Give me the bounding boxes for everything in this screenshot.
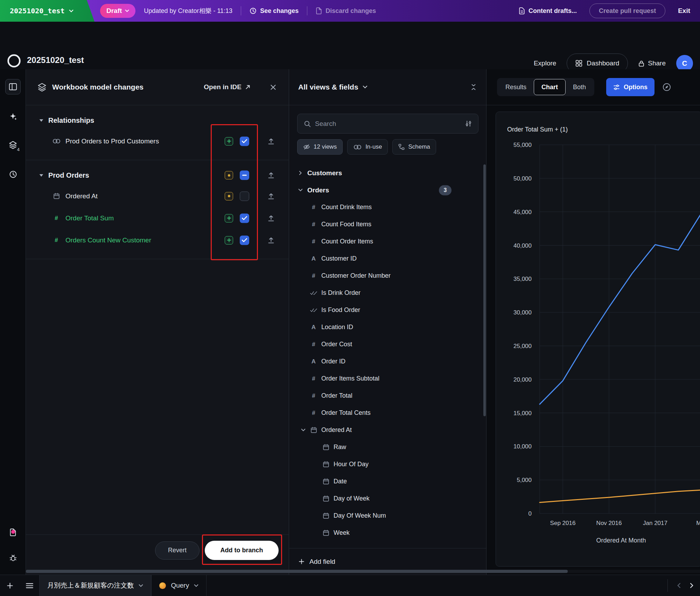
model-row-ordered-at[interactable]: Ordered At (26, 185, 289, 207)
debug-button[interactable] (5, 550, 21, 565)
compass-icon[interactable] (662, 83, 671, 92)
view-tab-results[interactable]: Results (498, 79, 534, 95)
field-item-date[interactable]: Date (289, 473, 486, 490)
svg-text:25,000: 25,000 (513, 343, 532, 349)
chevron-down-icon[interactable] (139, 584, 143, 587)
chevron-right-icon[interactable] (298, 171, 303, 175)
add-page-button[interactable] (0, 575, 20, 596)
toggle-panel-button[interactable] (5, 79, 21, 94)
model-section-prod-orders[interactable]: Prod Orders (26, 165, 289, 185)
field-item-customer-id[interactable]: ACustomer ID (289, 250, 486, 267)
panel-title: Workbook model changes (52, 83, 144, 91)
content-drafts-button[interactable]: Content drafts... (519, 7, 577, 15)
model-changes-panel: Workbook model changes Open in IDE Relat… (26, 69, 289, 575)
layers-button[interactable]: 4 (5, 137, 21, 152)
publish-upload-icon[interactable] (267, 236, 275, 244)
search-input[interactable] (315, 120, 461, 128)
views-fields-selector[interactable]: All views & fields (298, 83, 368, 91)
link-icon (52, 139, 61, 144)
view-group-orders[interactable]: Orders3 (289, 182, 486, 199)
select-change-checkbox[interactable] (240, 136, 249, 146)
field-item-is-drink-order[interactable]: Is Drink Order (289, 284, 486, 301)
plus-icon (299, 559, 304, 565)
create-pull-request-button[interactable]: Create pull request (589, 3, 665, 18)
chevron-down-icon[interactable] (39, 119, 43, 122)
field-item-week[interactable]: Week (289, 524, 486, 541)
field-item-count-drink-items[interactable]: #Count Drink Items (289, 199, 486, 216)
exit-button[interactable]: Exit (678, 7, 690, 15)
model-row-order-total-sum[interactable]: # Order Total Sum (26, 207, 289, 229)
model-sections: Relationships Prod Orders to Prod Custom… (26, 105, 289, 259)
vertical-scrollbar-thumb[interactable] (483, 164, 486, 416)
add-to-branch-button[interactable]: Add to branch (205, 541, 279, 560)
field-item-order-id[interactable]: AOrder ID (289, 353, 486, 370)
field-item-ordered-at[interactable]: Ordered At (289, 421, 486, 439)
chip-schema[interactable]: Schema (392, 139, 436, 155)
horizontal-scrollbar-thumb[interactable] (26, 570, 568, 573)
field-item-day-of-week-num[interactable]: Day Of Week Num (289, 507, 486, 524)
ai-assistant-button[interactable] (5, 109, 21, 124)
chevron-down-icon[interactable] (39, 174, 43, 177)
model-row-orders-count-new-customer[interactable]: # Orders Count New Customer (26, 229, 289, 251)
discard-changes-button[interactable]: Discard changes (316, 7, 376, 15)
chip-in-use[interactable]: In-use (347, 139, 388, 155)
collapse-panel-icon[interactable] (471, 84, 476, 90)
pages-button[interactable] (5, 525, 21, 540)
filter-sliders-icon[interactable] (465, 120, 472, 127)
branch-name-chip[interactable]: 20251020_test (0, 0, 94, 22)
document-icon (519, 7, 525, 14)
publish-upload-icon[interactable] (267, 171, 275, 179)
view-tab-chart[interactable]: Chart (534, 79, 566, 95)
explore-button[interactable]: Explore (534, 59, 556, 67)
see-changes-button[interactable]: See changes (250, 7, 299, 15)
field-item-location-id[interactable]: ALocation ID (289, 319, 486, 336)
chip-12-views[interactable]: 12 views (297, 139, 343, 155)
field-item-count-food-items[interactable]: #Count Food Items (289, 216, 486, 233)
draft-badge[interactable]: Draft (100, 4, 135, 18)
number-field-icon: # (310, 392, 317, 399)
model-row-prod-orders-to-prod-customers[interactable]: Prod Orders to Prod Customers (26, 130, 289, 152)
field-item-order-total[interactable]: #Order Total (289, 387, 486, 404)
divider (307, 6, 307, 15)
field-item-raw[interactable]: Raw (289, 439, 486, 456)
field-item-day-of-week[interactable]: Day of Week (289, 490, 486, 507)
close-icon[interactable] (270, 84, 276, 90)
model-section-relationships[interactable]: Relationships (26, 111, 289, 130)
field-item-order-cost[interactable]: #Order Cost (289, 336, 486, 353)
field-item-order-items-subtotal[interactable]: #Order Items Subtotal (289, 370, 486, 387)
page-tab-query[interactable]: Query (151, 575, 206, 596)
view-tab-both[interactable]: Both (566, 79, 593, 95)
left-icon-rail: 4 (0, 69, 26, 575)
layers-count-badge: 4 (17, 147, 20, 152)
select-change-checkbox[interactable] (240, 213, 249, 223)
page-list-button[interactable] (20, 575, 39, 596)
boolean-field-icon (310, 308, 317, 313)
select-change-checkbox[interactable] (240, 235, 249, 245)
open-in-ide-link[interactable]: Open in IDE (204, 83, 251, 91)
text-field-icon: A (310, 255, 317, 262)
chevron-down-icon[interactable] (194, 584, 198, 587)
chevron-right-icon[interactable] (690, 583, 694, 588)
field-item-count-order-items[interactable]: #Count Order Items (289, 233, 486, 250)
select-change-checkbox[interactable] (240, 171, 249, 180)
field-item-order-total-cents[interactable]: #Order Total Cents (289, 404, 486, 421)
history-button[interactable] (5, 166, 21, 182)
divider (241, 6, 241, 15)
field-item-is-food-order[interactable]: Is Food Order (289, 301, 486, 319)
publish-upload-icon[interactable] (267, 192, 275, 200)
line-chart[interactable]: 05,00010,00015,00020,00025,00030,00035,0… (496, 140, 700, 567)
page-tab-monthly-sales[interactable]: 月別売上＆新規顧客の注文数 (39, 575, 151, 596)
svg-text:Sep 2016: Sep 2016 (550, 520, 576, 526)
share-button[interactable]: Share (638, 59, 666, 67)
chevron-down-icon[interactable] (300, 428, 306, 432)
publish-upload-icon[interactable] (267, 214, 275, 222)
chevron-down-icon[interactable] (298, 189, 303, 192)
field-item-customer-order-number[interactable]: #Customer Order Number (289, 267, 486, 284)
publish-upload-icon[interactable] (267, 137, 275, 145)
select-change-checkbox[interactable] (240, 191, 249, 201)
options-button[interactable]: Options (606, 78, 654, 96)
revert-button[interactable]: Revert (155, 541, 200, 560)
view-group-customers[interactable]: Customers (289, 164, 486, 182)
chevron-left-icon[interactable] (677, 583, 681, 588)
field-item-hour-of-day[interactable]: Hour Of Day (289, 456, 486, 473)
